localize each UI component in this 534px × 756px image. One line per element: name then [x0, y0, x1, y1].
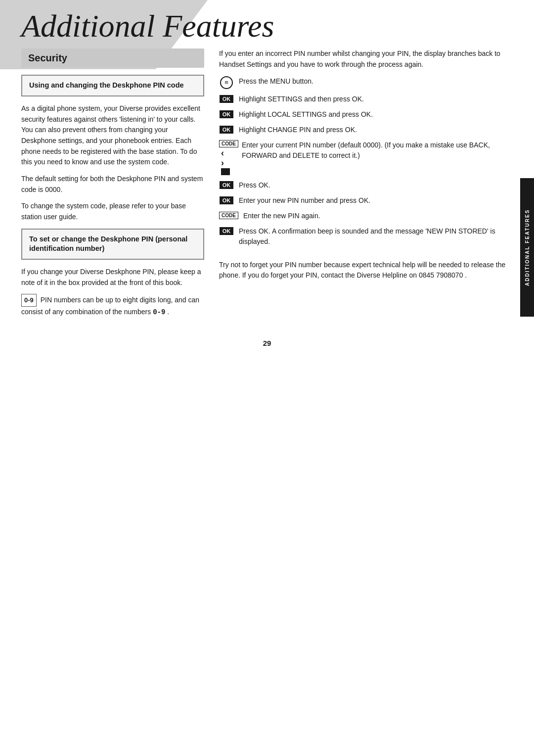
page-wrapper: Additional Features ADDITIONAL FEATURES …	[0, 0, 534, 756]
security-heading: Security	[21, 48, 204, 68]
left-column: Security Using and changing the Deskphon…	[21, 48, 204, 324]
para-change-system-code: To change the system code, please refer …	[21, 201, 204, 222]
step-new-pin-text: Enter your new PIN number and press OK.	[239, 195, 513, 206]
step-confirmation-text: Press OK. A confirmation beep is sounded…	[239, 226, 513, 247]
step-enter-current-pin: CODE ‹ › Enter your current PIN number (…	[219, 140, 513, 175]
code-icon-again: CODE	[219, 211, 238, 221]
code-icon: CODE	[219, 140, 238, 147]
step-menu-text: Press the MENU button.	[239, 76, 513, 87]
step-enter-new-pin-again: CODE Enter the new PIN again.	[219, 211, 513, 221]
steps-list: ≡ Press the MENU button. OK Highlight SE…	[219, 76, 513, 252]
para-default-setting: The default setting for both the Deskpho…	[21, 174, 204, 195]
content-area: Security Using and changing the Deskphon…	[0, 48, 534, 324]
step-local-settings: OK Highlight LOCAL SETTINGS and press OK…	[219, 109, 513, 120]
para-incorrect-pin: If you enter an incorrect PIN number whi…	[219, 48, 513, 70]
para-final: Try not to forget your PIN number becaus…	[219, 260, 513, 281]
step-confirmation: OK Press OK. A confirmation beep is soun…	[219, 226, 513, 247]
box-set-change: To set or change the Deskphone PIN (pers…	[21, 229, 204, 260]
side-tab: ADDITIONAL FEATURES	[520, 178, 534, 317]
ok-icon-new-pin: OK	[219, 195, 234, 205]
box-using-changing: Using and changing the Deskphone PIN cod…	[21, 75, 204, 96]
gt-icon: ›	[221, 158, 224, 167]
delete-rect-icon	[221, 168, 230, 175]
step-change-pin: OK Highlight CHANGE PIN and press OK.	[219, 125, 513, 135]
step-settings-text: Highlight SETTINGS and then press OK.	[239, 94, 513, 104]
step-menu: ≡ Press the MENU button.	[219, 76, 513, 89]
step-change-pin-text: Highlight CHANGE PIN and press OK.	[239, 125, 513, 135]
step-local-settings-text: Highlight LOCAL SETTINGS and press OK.	[239, 109, 513, 120]
ok-icon-confirm: OK	[219, 226, 234, 236]
step-enter-new-pin-again-text: Enter the new PIN again.	[243, 211, 513, 221]
ok-icon-settings: OK	[219, 94, 234, 104]
ok-icon-change-pin: OK	[219, 125, 234, 135]
page-number: 29	[0, 339, 534, 357]
step-press-ok-text: Press OK.	[239, 180, 513, 190]
para-digital-phone: As a digital phone system, your Diverse …	[21, 103, 204, 168]
lt-icon: ‹	[221, 148, 224, 157]
box-09-icon: 0-9	[21, 294, 37, 307]
page-title: Additional Features	[0, 0, 534, 48]
step-enter-current-pin-text: Enter your current PIN number (default 0…	[242, 140, 513, 161]
code-arrows-group: CODE ‹ ›	[219, 140, 237, 175]
ok-icon-press: OK	[219, 180, 234, 190]
para-pin-numbers: 0-9 PIN numbers can be up to eight digit…	[21, 294, 204, 318]
step-press-ok: OK Press OK.	[219, 180, 513, 190]
right-column: If you enter an incorrect PIN number whi…	[219, 48, 513, 324]
ok-icon-local: OK	[219, 109, 234, 119]
para-if-change: If you change your Diverse Deskphone PIN…	[21, 267, 204, 288]
step-settings: OK Highlight SETTINGS and then press OK.	[219, 94, 513, 104]
menu-icon: ≡	[219, 76, 234, 89]
step-new-pin: OK Enter your new PIN number and press O…	[219, 195, 513, 206]
